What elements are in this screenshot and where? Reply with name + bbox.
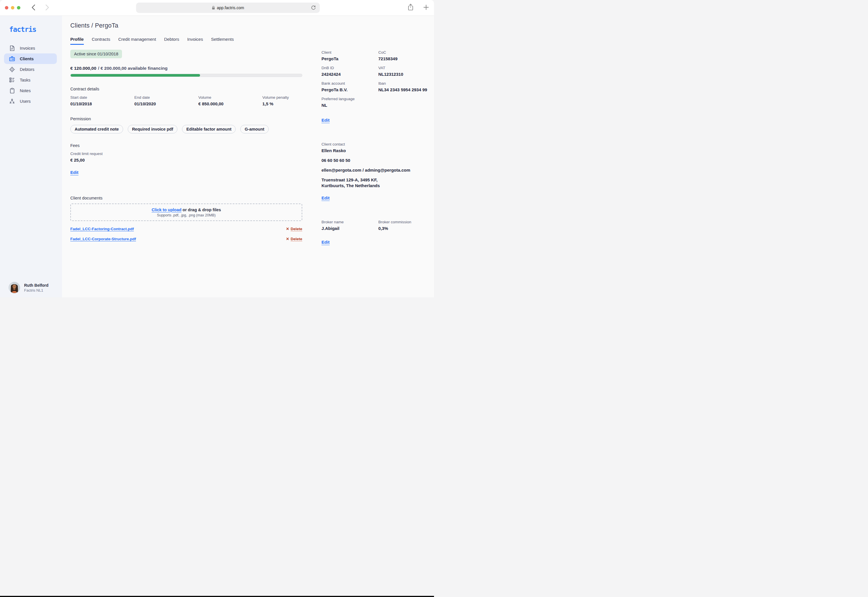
sidebar-menu: Invoices Clients Debtors xyxy=(0,43,62,107)
edit-contact-link[interactable]: Edit xyxy=(322,196,329,200)
tab-bar: Profile Contracts Credit management Debt… xyxy=(70,37,434,45)
document-link[interactable]: Fadel_LCC-Factoring-Contract.pdf xyxy=(70,227,134,231)
factris-logo: factris xyxy=(9,25,62,34)
main-content: Clients / PergoTa Profile Contracts Cred… xyxy=(62,16,434,297)
tab-settlements[interactable]: Settlements xyxy=(211,37,234,45)
permission-chip: Required invoice pdf xyxy=(128,125,177,134)
delete-document-link[interactable]: ✕Delete xyxy=(286,236,302,241)
financing-summary: € 120.000,00/ € 200.000,00 available fin… xyxy=(70,66,302,71)
client-details: Client PergoTa CoC 72158349 DnB ID 24242… xyxy=(322,50,434,112)
financing-progress-bar xyxy=(70,74,302,77)
edit-client-details-link[interactable]: Edit xyxy=(322,118,329,123)
window-minimize-button[interactable] xyxy=(11,6,14,9)
breadcrumb: Clients / PergoTa xyxy=(70,22,434,29)
sidebar-item-notes[interactable]: Notes xyxy=(4,85,57,96)
upload-dropzone[interactable]: Click to upload or drag & drop files Sup… xyxy=(70,203,302,221)
permission-chip: G-amount xyxy=(240,125,269,134)
fees-heading: Fees xyxy=(70,143,302,148)
contact-phone: 06 60 50 60 50 xyxy=(322,157,434,163)
sidebar-item-label: Notes xyxy=(20,88,31,93)
delete-document-link[interactable]: ✕Delete xyxy=(286,226,302,231)
tab-contracts[interactable]: Contracts xyxy=(92,37,110,45)
edit-broker-link[interactable]: Edit xyxy=(322,240,329,245)
sidebar-item-label: Tasks xyxy=(20,78,30,82)
contract-field: Volume € 850.000,00 xyxy=(198,95,263,107)
sidebar-item-label: Users xyxy=(20,99,31,104)
detail-field: VAT NL12312310 xyxy=(378,65,434,77)
financing-available: / € 200.000,00 available financing xyxy=(98,66,168,71)
current-user[interactable]: Ruth Belford Factris NL1 xyxy=(9,282,49,293)
detail-field: Client PergoTa xyxy=(322,50,378,62)
detail-field: Iban NL34 2343 5954 2934 99 xyxy=(378,81,434,93)
document-row: Fadel_LCC-Factoring-Contract.pdf ✕Delete xyxy=(70,226,302,231)
sidebar-item-label: Clients xyxy=(20,56,34,61)
task-checklist-icon xyxy=(9,77,15,83)
upload-link[interactable]: Click to upload xyxy=(151,208,181,212)
browser-chrome: app.factris.com xyxy=(0,0,434,16)
broker-section: Broker name J.Abigail Broker commission … xyxy=(322,220,434,245)
permission-heading: Permission xyxy=(70,117,302,121)
window-close-button[interactable] xyxy=(5,6,8,9)
broker-field: Broker name J.Abigail xyxy=(322,220,378,231)
back-icon[interactable] xyxy=(30,4,36,11)
document-row: Fadel_LCC-Corporate-Structure.pdf ✕Delet… xyxy=(70,236,302,241)
lock-icon xyxy=(212,6,215,10)
upload-suffix: or drag & drop files xyxy=(183,208,221,212)
sidebar-item-debtors[interactable]: Debtors xyxy=(4,64,57,75)
client-documents-heading: Client documents xyxy=(70,196,302,200)
sidebar: factris Invoices Clients xyxy=(0,16,62,297)
status-badge: Active since 01/10/2018 xyxy=(70,50,122,58)
client-contact-label: Client contact xyxy=(322,142,434,147)
detail-field: DnB ID 24242424 xyxy=(322,65,378,77)
permission-chip: Editable factor amount xyxy=(182,125,236,134)
financing-progress-fill xyxy=(71,74,200,77)
financing-used: € 120.000,00 xyxy=(70,66,96,71)
window-zoom-button[interactable] xyxy=(17,6,20,9)
share-icon[interactable] xyxy=(408,3,414,11)
permission-chips: Automated credit note Required invoice p… xyxy=(70,125,302,134)
contract-details-grid: Start date 01/10/2018 End date 01/10/202… xyxy=(70,95,302,107)
user-name: Ruth Belford xyxy=(24,283,49,288)
users-group-icon xyxy=(9,98,15,104)
debtor-target-icon xyxy=(9,67,15,72)
broker-field: Broker commission 0,3% xyxy=(378,220,434,231)
delete-x-icon: ✕ xyxy=(286,227,289,231)
sidebar-item-users[interactable]: Users xyxy=(4,96,57,107)
contact-emails: ellen@pergota.com / adming@pergota.com xyxy=(322,167,434,173)
browser-window: app.factris.com factris Inv xyxy=(0,0,434,297)
new-tab-icon[interactable] xyxy=(423,4,429,10)
avatar xyxy=(9,282,20,293)
tab-debtors[interactable]: Debtors xyxy=(164,37,180,45)
sidebar-item-clients[interactable]: Clients xyxy=(4,53,57,64)
invoice-document-icon xyxy=(9,45,15,51)
forward-icon[interactable] xyxy=(44,4,50,11)
id-card-icon xyxy=(9,56,15,61)
refresh-icon[interactable] xyxy=(310,5,316,10)
window-controls xyxy=(5,6,20,9)
tab-invoices[interactable]: Invoices xyxy=(187,37,203,45)
document-link[interactable]: Fadel_LCC-Corporate-Structure.pdf xyxy=(70,237,136,241)
contact-address: Truenstraat 129-A, 3495 KF, Kurtbuurts, … xyxy=(322,177,434,189)
sidebar-item-tasks[interactable]: Tasks xyxy=(4,75,57,85)
contact-name: Ellen Rasko xyxy=(322,148,434,154)
user-org: Factris NL1 xyxy=(24,288,49,293)
contract-field: End date 01/10/2020 xyxy=(134,95,198,107)
sidebar-item-label: Invoices xyxy=(20,46,35,50)
fee-label: Credit limit request xyxy=(70,151,302,156)
address-bar[interactable]: app.factris.com xyxy=(136,3,320,13)
contract-field: Start date 01/10/2018 xyxy=(70,95,134,107)
upload-hint: Supports .pdf, .jpg, .png (max 20MB) xyxy=(157,213,215,217)
tab-credit-management[interactable]: Credit management xyxy=(118,37,156,45)
permission-chip: Automated credit note xyxy=(70,125,123,134)
url-text: app.factris.com xyxy=(217,6,244,10)
tab-profile[interactable]: Profile xyxy=(70,37,84,45)
delete-x-icon: ✕ xyxy=(286,237,289,241)
edit-fees-link[interactable]: Edit xyxy=(70,170,79,175)
contract-field: Volume penalty 1,5 % xyxy=(263,95,302,107)
client-contact-section: Client contact Ellen Rasko 06 60 50 60 5… xyxy=(322,142,434,200)
detail-field: CoC 72158349 xyxy=(378,50,434,62)
detail-field: Preferred language NL xyxy=(322,97,378,108)
clipboard-icon xyxy=(9,88,15,94)
sidebar-item-invoices[interactable]: Invoices xyxy=(4,43,57,53)
fee-value: € 25,00 xyxy=(70,157,302,163)
